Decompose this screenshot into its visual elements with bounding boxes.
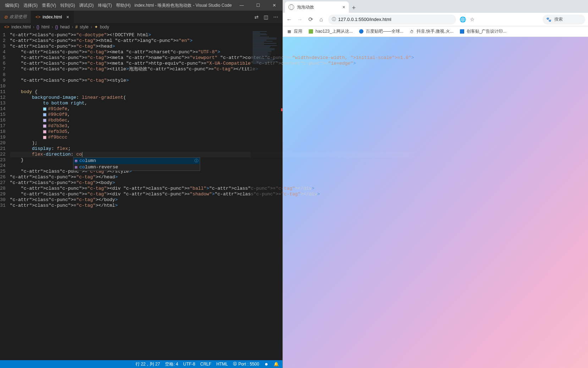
menu-select[interactable]: 选择(S) bbox=[21, 2, 40, 9]
bookmark-item[interactable]: 🟦创客贴_广告设计印... bbox=[459, 28, 507, 34]
suggest-item-column-reverse[interactable]: ▦ column-reverse bbox=[73, 164, 200, 171]
suggest-match: co bbox=[79, 164, 85, 170]
tab-welcome-label: 欢迎使用 bbox=[10, 14, 27, 20]
chevron-right-icon: › bbox=[91, 25, 92, 29]
globe-icon bbox=[288, 4, 294, 10]
address-bar[interactable]: ⓘ 127.0.0.1:5500/index.html bbox=[328, 15, 456, 25]
menu-help[interactable]: 帮助(H) bbox=[114, 2, 133, 9]
bookmark-item[interactable]: ⏱抖音,快手,微视,火... bbox=[409, 28, 454, 34]
url-text: 127.0.0.1:5500/index.html bbox=[338, 17, 391, 22]
brackets-icon: {} bbox=[55, 25, 58, 29]
menu-debug[interactable]: 调试(D) bbox=[77, 2, 96, 9]
home-button[interactable]: ⌂ bbox=[318, 16, 325, 23]
browser-tab[interactable]: 泡泡动效 × bbox=[285, 1, 349, 13]
title-bar: 编辑(E) 选择(S) 查看(V) 转到(G) 调试(D) 终端(T) 帮助(H… bbox=[0, 0, 282, 11]
file-html-icon: <> bbox=[35, 15, 40, 20]
code-editor[interactable]: 1234567891011121314151617181920212223242… bbox=[0, 31, 282, 360]
status-bar: 行 22，列 27 空格: 4 UTF-8 CRLF HTML ⦿ Port :… bbox=[0, 360, 282, 368]
forward-button[interactable]: → bbox=[296, 16, 303, 23]
crumb-file[interactable]: index.html bbox=[11, 25, 31, 29]
editor-tabs: ⧉ 欢迎使用 <> index.html × ⇄ ◫ ⋯ bbox=[0, 11, 282, 23]
tab-indexhtml[interactable]: <> index.html × bbox=[31, 11, 74, 23]
bookmark-label: 创客贴_广告设计印... bbox=[467, 28, 507, 34]
favicon-icon: 🟦 bbox=[459, 29, 465, 34]
split-editor-icon[interactable]: ◫ bbox=[264, 14, 268, 20]
error-marker bbox=[281, 108, 282, 111]
menu-view[interactable]: 查看(V) bbox=[40, 2, 58, 9]
maximize-button[interactable]: ☐ bbox=[250, 0, 266, 11]
feedback-icon[interactable]: ☻ bbox=[264, 362, 269, 367]
suggest-rest: lumn-reverse bbox=[85, 164, 118, 170]
more-icon[interactable]: ⋯ bbox=[273, 14, 278, 20]
tab-welcome[interactable]: ⧉ 欢迎使用 bbox=[0, 11, 31, 23]
hash-icon: # bbox=[75, 25, 78, 29]
breadcrumb[interactable]: <> index.html › {} html › {} head › # st… bbox=[0, 23, 282, 31]
menu-bar: 编辑(E) 选择(S) 查看(V) 转到(G) 调试(D) 终端(T) 帮助(H… bbox=[0, 2, 133, 9]
site-info-icon[interactable]: ⓘ bbox=[332, 16, 336, 22]
bookmark-label: 抖音,快手,微视,火... bbox=[417, 28, 454, 34]
bell-icon[interactable]: 🔔 bbox=[274, 362, 279, 367]
file-html-icon: <> bbox=[4, 25, 9, 29]
vscode-window: 编辑(E) 选择(S) 查看(V) 转到(G) 调试(D) 终端(T) 帮助(H… bbox=[0, 0, 282, 368]
chevron-right-icon: › bbox=[51, 25, 53, 29]
brackets-icon: {} bbox=[37, 25, 39, 29]
crumb-html[interactable]: html bbox=[42, 25, 50, 29]
minimize-button[interactable]: — bbox=[233, 0, 250, 11]
suggest-rest: lumn bbox=[85, 158, 96, 163]
suggest-match: co bbox=[79, 158, 85, 163]
reload-button[interactable]: ⟳ bbox=[307, 16, 314, 23]
paw-icon: 🐾 bbox=[546, 17, 551, 22]
value-icon: ▦ bbox=[75, 158, 77, 164]
compare-icon[interactable]: ⇄ bbox=[254, 14, 259, 20]
crumb-body[interactable]: body bbox=[100, 25, 109, 29]
browser-toolbar: ← → ⟳ ⌂ ⓘ 127.0.0.1:5500/index.html 🌐 ☆ … bbox=[283, 13, 588, 26]
chevron-right-icon: › bbox=[33, 25, 34, 29]
crumb-head[interactable]: head bbox=[60, 25, 70, 29]
code-area[interactable]: "c-attr">class"c-punc">="c-doctype"><!DO… bbox=[9, 31, 414, 360]
menu-terminal[interactable]: 终端(T) bbox=[96, 2, 114, 9]
status-language[interactable]: HTML bbox=[216, 362, 228, 367]
browser-tab-title: 泡泡动效 bbox=[297, 4, 314, 10]
browser-search[interactable]: 🐾 搜索 bbox=[543, 15, 585, 25]
back-button[interactable]: ← bbox=[286, 16, 293, 23]
line-gutter: 1234567891011121314151617181920212223242… bbox=[0, 31, 9, 360]
info-icon[interactable]: ⓘ bbox=[194, 158, 198, 164]
intellisense-popup[interactable]: ▦ column ⓘ ▦ column-reverse bbox=[73, 157, 200, 171]
status-eol[interactable]: CRLF bbox=[200, 362, 211, 367]
status-cursor[interactable]: 行 22，列 27 bbox=[136, 361, 160, 367]
braces-icon: ✦ bbox=[94, 25, 98, 29]
crumb-style[interactable]: style bbox=[80, 25, 89, 29]
menu-goto[interactable]: 转到(G) bbox=[58, 2, 77, 9]
browser-tabstrip: 泡泡动效 × + bbox=[283, 0, 588, 13]
search-placeholder: 搜索 bbox=[554, 16, 563, 22]
translate-icon[interactable]: 🌐 bbox=[460, 16, 466, 23]
window-title: index.html - 唯美粉色泡泡动效 - Visual Studio Co… bbox=[133, 2, 233, 9]
vscode-icon: ⧉ bbox=[4, 15, 7, 20]
status-spaces[interactable]: 空格: 4 bbox=[165, 361, 178, 367]
minimap[interactable] bbox=[251, 31, 282, 360]
value-icon: ▦ bbox=[75, 164, 77, 170]
tab-close-icon[interactable]: × bbox=[342, 4, 345, 10]
status-port[interactable]: ⦿ Port : 5500 bbox=[233, 362, 259, 367]
suggest-item-column[interactable]: ▦ column ⓘ bbox=[73, 158, 200, 164]
close-window-button[interactable]: ✕ bbox=[266, 0, 282, 11]
tab-close-icon[interactable]: × bbox=[66, 14, 69, 20]
chevron-right-icon: › bbox=[72, 25, 73, 29]
bookmark-star-icon[interactable]: ☆ bbox=[470, 16, 474, 23]
menu-edit[interactable]: 编辑(E) bbox=[3, 2, 21, 9]
new-tab-button[interactable]: + bbox=[349, 3, 359, 13]
status-encoding[interactable]: UTF-8 bbox=[183, 362, 195, 367]
tab-indexhtml-label: index.html bbox=[43, 15, 62, 20]
